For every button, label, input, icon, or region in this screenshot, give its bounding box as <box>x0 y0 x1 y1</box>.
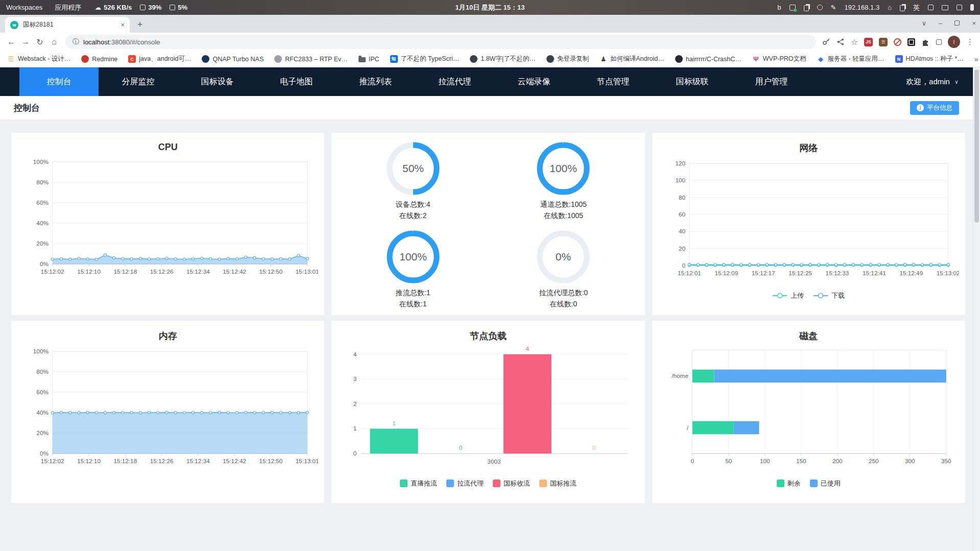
applications-menu[interactable]: 应用程序 <box>55 3 81 12</box>
clipboard-tray-icon[interactable] <box>804 5 809 11</box>
network-panel-title: 网络 <box>658 142 959 154</box>
window-close-button[interactable]: × <box>972 19 976 27</box>
back-button[interactable]: ← <box>4 35 18 49</box>
svg-text:15:12:10: 15:12:10 <box>77 268 101 275</box>
legend-item-已使用[interactable]: 已使用 <box>810 479 841 488</box>
nav-item-3[interactable]: 电子地图 <box>257 67 336 96</box>
svg-text:15:12:42: 15:12:42 <box>223 458 246 464</box>
browser-menu-icon[interactable]: ⋮ <box>966 37 974 46</box>
app-tray-icon[interactable] <box>817 5 823 10</box>
nav-item-0[interactable]: 控制台 <box>19 67 99 96</box>
bookmark-item-11[interactable]: ΨWVP-PRO文档 <box>752 55 806 63</box>
ip-address[interactable]: 192.168.1.3 <box>844 4 879 11</box>
bookmark-favicon-icon: ♟ <box>600 55 607 63</box>
bookmark-star-icon[interactable]: ☆ <box>851 37 858 47</box>
platform-info-button[interactable]: i 平台信息 <box>910 101 959 115</box>
window-chevron-icon[interactable]: ∨ <box>922 19 927 27</box>
page-scrollbar-thumb[interactable] <box>974 69 979 223</box>
bookmark-item-9[interactable]: ♟如何编译Android… <box>600 55 664 63</box>
legend-item-拉流代理[interactable]: 拉流代理 <box>446 479 484 488</box>
tab-close-icon[interactable]: × <box>121 21 125 29</box>
address-bar[interactable]: ⓘ localhost:38080/#/console <box>65 35 816 49</box>
extension-frame-icon[interactable] <box>936 39 942 45</box>
legend-item-直播推流[interactable]: 直播推流 <box>400 479 437 488</box>
extensions-puzzle-icon[interactable] <box>921 38 930 46</box>
nav-item-6[interactable]: 云端录像 <box>494 67 573 96</box>
new-tab-button[interactable]: + <box>133 17 147 32</box>
gauge-item-1: 100%通道总数:1005在线数:1005 <box>535 140 592 221</box>
legend-item-剩余[interactable]: 剩余 <box>777 479 801 488</box>
bing-tray-icon[interactable]: b <box>777 4 781 11</box>
keyboard-tray-icon[interactable] <box>928 5 934 10</box>
nav-item-9[interactable]: 用户管理 <box>732 67 811 96</box>
legend-item-下载[interactable]: 下载 <box>813 291 845 300</box>
pen-tray-icon[interactable]: ✎ <box>831 4 836 11</box>
legend-item-国标推流[interactable]: 国标推流 <box>539 479 577 488</box>
window-minimize-button[interactable]: – <box>939 19 942 27</box>
bookmark-item-0[interactable]: ☰Webstack - 设计… <box>7 55 70 63</box>
workspaces-button[interactable]: Workspaces <box>6 4 42 11</box>
display-tray-icon[interactable] <box>942 5 948 10</box>
bookmark-favicon-icon <box>546 55 554 63</box>
legend-item-上传[interactable]: 上传 <box>772 291 804 300</box>
page-scrollbar[interactable] <box>973 67 980 551</box>
nav-item-4[interactable]: 推流列表 <box>336 67 415 96</box>
bookmark-item-4[interactable]: RFC2833 – RTP Ev… <box>274 55 348 63</box>
extension-capture-icon[interactable] <box>907 38 915 46</box>
extension-js-icon[interactable]: JS <box>864 38 873 46</box>
site-info-icon[interactable]: ⓘ <box>73 37 79 46</box>
extension-blocker-icon[interactable] <box>894 38 901 46</box>
bookmark-label: RFC2833 – RTP Ev… <box>285 56 348 63</box>
password-key-icon[interactable] <box>822 38 830 46</box>
bookmark-item-6[interactable]: 知了不起的 TypeScri… <box>390 55 460 63</box>
bookmark-label: WVP-PRO文档 <box>763 55 806 63</box>
tab-title: 国标28181 <box>23 20 54 29</box>
node-load-legend: 直播推流拉流代理国标收流国标推流 <box>338 479 638 488</box>
nav-item-1[interactable]: 分屏监控 <box>99 67 178 96</box>
forward-button[interactable]: → <box>18 35 33 49</box>
bookmark-item-12[interactable]: ◆服务器 - 轻量应用… <box>817 55 885 63</box>
bookmark-item-5[interactable]: IPC <box>358 56 379 63</box>
windows-tray-icon[interactable] <box>900 5 905 11</box>
svg-text:300: 300 <box>905 458 915 464</box>
profile-avatar[interactable]: l <box>948 36 960 48</box>
svg-text:60: 60 <box>679 211 686 218</box>
home-button[interactable]: ⌂ <box>47 35 61 49</box>
reload-button[interactable]: ↻ <box>33 35 47 49</box>
extension-stack-icon[interactable]: ☰ <box>879 38 888 46</box>
svg-text:0%: 0% <box>40 260 49 267</box>
svg-text:15:13:01: 15:13:01 <box>296 268 319 275</box>
user-menu[interactable]: 欢迎，admin ∨ <box>906 77 973 87</box>
bookmark-item-2[interactable]: Cjava、android可… <box>128 55 191 63</box>
bookmarks-overflow-chevron[interactable]: » <box>974 55 978 63</box>
bookmark-item-10[interactable]: hairrrrr/C-CrashC… <box>675 55 742 63</box>
browser-tab[interactable]: w 国标28181 × <box>5 17 130 33</box>
cpu-panel-title: CPU <box>17 142 318 153</box>
svg-text:120: 120 <box>675 160 685 166</box>
bookmark-item-8[interactable]: 免登录复制 <box>546 55 589 63</box>
svg-text:2: 2 <box>353 400 357 407</box>
svg-text:/home: /home <box>672 372 688 379</box>
legend-item-国标收流[interactable]: 国标收流 <box>493 479 530 488</box>
nav-item-2[interactable]: 国标设备 <box>178 67 257 96</box>
window-maximize-button[interactable] <box>954 20 960 26</box>
bookmark-label: Webstack - 设计… <box>18 55 70 63</box>
clock[interactable]: 1月10日 星期二 15：13 <box>456 3 525 12</box>
nav-item-7[interactable]: 节点管理 <box>573 67 653 96</box>
share-icon[interactable] <box>836 38 845 46</box>
bookmark-item-13[interactable]: NHDAtmos :: 种子 *… <box>895 55 964 63</box>
home-tray-icon[interactable]: ⌂ <box>888 4 892 11</box>
volume-tray-icon[interactable] <box>957 5 962 10</box>
screenshot-tray-icon[interactable] <box>790 5 796 11</box>
input-method-indicator[interactable]: 英 <box>913 3 920 12</box>
bookmark-item-1[interactable]: Redmine <box>81 55 117 63</box>
bookmark-item-3[interactable]: QNAP Turbo NAS <box>202 55 264 63</box>
nav-item-8[interactable]: 国标级联 <box>653 67 732 96</box>
nav-item-5[interactable]: 拉流代理 <box>415 67 494 96</box>
gauge-label: 通道总数:1005在线数:1005 <box>540 199 587 221</box>
bookmark-item-7[interactable]: 1.8W字|了不起的… <box>470 55 535 63</box>
svg-text:0%: 0% <box>40 450 49 457</box>
svg-text:15:12:09: 15:12:09 <box>714 270 738 276</box>
battery-icon <box>970 4 974 11</box>
system-stats: ☁526 KB/s 39% 5% <box>94 4 187 11</box>
